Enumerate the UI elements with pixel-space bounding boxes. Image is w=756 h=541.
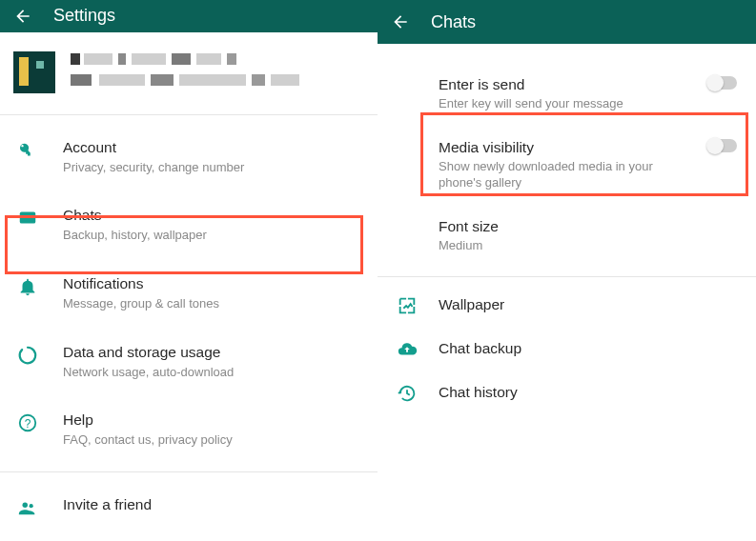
settings-item-title: Invite a friend — [63, 495, 360, 514]
cloud-upload-icon — [397, 339, 418, 360]
settings-item-sub: Message, group & call tones — [63, 295, 360, 312]
setting-sub: Show newly downloaded media in your phon… — [439, 158, 689, 191]
setting-title: Wallpaper — [439, 296, 737, 313]
history-icon — [397, 383, 418, 404]
setting-title: Chat history — [439, 384, 737, 401]
appbar-chats: Chats — [378, 0, 756, 44]
setting-font-size[interactable]: Font size Medium — [378, 205, 756, 268]
data-usage-icon — [17, 345, 38, 366]
settings-item-sub: FAQ, contact us, privacy policy — [63, 431, 360, 449]
setting-title: Media visibility — [439, 139, 689, 156]
svg-point-5 — [30, 504, 33, 508]
avatar — [13, 51, 55, 93]
settings-item-title: Account — [63, 138, 360, 157]
chats-settings-pane: Chats Enter is send Enter key will send … — [378, 0, 756, 541]
settings-item-sub: Backup, history, wallpaper — [63, 227, 360, 244]
chat-icon — [17, 208, 38, 229]
setting-chat-history[interactable]: Chat history — [378, 371, 756, 414]
settings-item-invite[interactable]: Invite a friend — [0, 480, 378, 533]
divider — [378, 276, 756, 277]
profile-row[interactable] — [0, 32, 378, 114]
settings-item-account[interactable]: Account Privacy, security, change number — [0, 123, 378, 191]
settings-pane: Settings Account Privacy, security, chan — [0, 0, 378, 541]
setting-title: Font size — [439, 218, 737, 235]
settings-item-chats[interactable]: Chats Backup, history, wallpaper — [0, 190, 378, 259]
setting-sub: Enter key will send your message — [439, 95, 689, 112]
settings-item-notifications[interactable]: Notifications Message, group & call tone… — [0, 259, 378, 328]
people-icon — [17, 497, 38, 518]
chats-settings-list: Enter is send Enter key will send your m… — [378, 44, 756, 414]
divider — [0, 471, 378, 472]
setting-title: Enter is send — [439, 76, 689, 93]
setting-media-visibility[interactable]: Media visibility Show newly downloaded m… — [378, 126, 756, 205]
settings-item-title: Help — [63, 411, 360, 430]
settings-item-help[interactable]: ? Help FAQ, contact us, privacy policy — [0, 395, 378, 464]
settings-item-title: Data and storage usage — [63, 343, 360, 362]
settings-item-title: Notifications — [63, 274, 360, 293]
setting-sub: Medium — [439, 237, 737, 254]
settings-item-title: Chats — [63, 206, 360, 225]
profile-name-blurred — [71, 51, 362, 93]
appbar-title-chats: Chats — [431, 12, 476, 32]
settings-list: Account Privacy, security, change number… — [0, 115, 378, 541]
svg-text:?: ? — [25, 417, 31, 431]
appbar-title-settings: Settings — [53, 6, 115, 26]
toggle-media-visibility[interactable] — [708, 139, 737, 152]
setting-title: Chat backup — [439, 340, 737, 357]
bell-icon — [17, 276, 38, 297]
svg-rect-1 — [23, 216, 33, 218]
appbar-settings: Settings — [0, 0, 378, 32]
svg-point-4 — [23, 503, 29, 509]
setting-enter-is-send[interactable]: Enter is send Enter key will send your m… — [378, 63, 756, 126]
svg-rect-0 — [20, 212, 36, 224]
settings-item-sub: Network usage, auto-download — [63, 364, 360, 381]
help-icon: ? — [17, 412, 38, 433]
settings-item-sub: Privacy, security, change number — [63, 159, 360, 176]
wallpaper-icon — [397, 295, 418, 316]
toggle-enter-is-send[interactable] — [708, 76, 737, 90]
setting-chat-backup[interactable]: Chat backup — [378, 327, 756, 371]
back-arrow-icon[interactable] — [13, 7, 32, 26]
key-icon — [17, 140, 38, 161]
settings-item-data[interactable]: Data and storage usage Network usage, au… — [0, 328, 378, 396]
back-arrow-icon[interactable] — [391, 12, 410, 31]
setting-wallpaper[interactable]: Wallpaper — [378, 283, 756, 327]
